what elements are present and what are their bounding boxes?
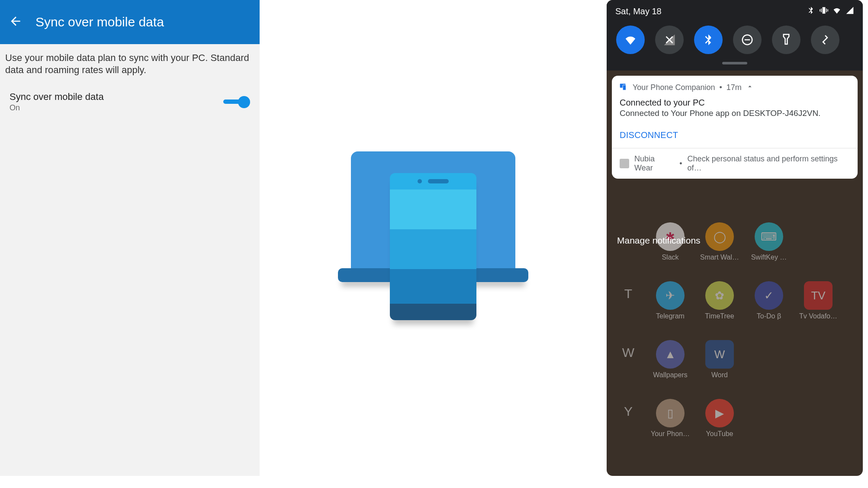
center-illustration-panel — [260, 0, 607, 476]
setting-text: Sync over mobile data On — [10, 91, 104, 112]
status-date: Sat, May 18 — [615, 6, 662, 16]
signal-status-icon — [845, 6, 854, 17]
settings-header: Sync over mobile data — [0, 0, 260, 44]
app-telegram[interactable]: ✈Telegram — [654, 281, 686, 320]
quick-settings-row — [615, 17, 854, 58]
notification-header: Your Phone Companion • 17m — [612, 76, 858, 97]
phone-notification-shade: Sat, May 18 — [607, 0, 863, 476]
app-timetree[interactable]: ✿TimeTree — [704, 281, 736, 320]
notification-time: 17m — [727, 83, 742, 92]
qs-autorotate[interactable] — [811, 26, 839, 54]
app-todo[interactable]: ✓To-Do β — [753, 281, 785, 320]
status-icons — [807, 6, 854, 17]
back-arrow-icon[interactable] — [9, 14, 23, 30]
sync-toggle[interactable] — [223, 95, 250, 109]
settings-panel: Sync over mobile data Use your mobile da… — [0, 0, 260, 476]
notification-text: Connected to Your Phone app on DESKTOP-J… — [620, 109, 850, 118]
quick-settings-shade: Sat, May 18 — [607, 0, 863, 71]
nubia-app-icon — [620, 159, 629, 168]
wifi-status-icon — [833, 6, 841, 17]
app-word[interactable]: WWord — [704, 340, 736, 379]
notification-card-nubia[interactable]: Nubia Wear • Check personal status and p… — [612, 148, 858, 179]
shade-pull-handle[interactable] — [722, 62, 747, 64]
app-your-phone[interactable]: ▯Your Phon… — [654, 399, 686, 438]
qs-flashlight[interactable] — [772, 26, 800, 54]
your-phone-logo-icon — [338, 151, 528, 324]
status-bar: Sat, May 18 — [615, 6, 854, 17]
nubia-app-name: Nubia Wear — [634, 154, 674, 173]
app-tv-vodafone[interactable]: TVTv Vodafo… — [802, 281, 834, 320]
your-phone-app-icon — [619, 82, 628, 93]
qs-wifi[interactable] — [616, 26, 645, 54]
bluetooth-status-icon — [807, 6, 815, 17]
svg-rect-2 — [623, 85, 626, 90]
app-drawer-background: ✱Slack ◯Smart Wal… ⌨SwiftKey … T ✈Telegr… — [607, 222, 863, 458]
app-swiftkey[interactable]: ⌨SwiftKey … — [753, 222, 785, 261]
nubia-notification-text: Check personal status and perform settin… — [688, 154, 850, 173]
notification-title: Connected to your PC — [620, 98, 850, 108]
chevron-up-icon[interactable] — [746, 83, 754, 93]
app-youtube[interactable]: ▶YouTube — [704, 399, 736, 438]
vibrate-status-icon — [820, 6, 828, 17]
qs-dnd[interactable] — [733, 26, 762, 54]
disconnect-button[interactable]: DISCONNECT — [612, 124, 858, 148]
notification-app-name: Your Phone Companion — [633, 83, 715, 92]
notification-card-your-phone[interactable]: Your Phone Companion • 17m Connected to … — [612, 76, 858, 179]
setting-label: Sync over mobile data — [10, 91, 104, 103]
setting-state: On — [10, 103, 104, 112]
manage-notifications-button[interactable]: Manage notifications — [607, 229, 711, 252]
settings-description: Use your mobile data plan to sync with y… — [0, 44, 260, 90]
page-title: Sync over mobile data — [35, 15, 164, 29]
sync-mobile-data-setting[interactable]: Sync over mobile data On — [0, 90, 260, 125]
qs-bluetooth[interactable] — [694, 26, 723, 54]
app-wallpapers[interactable]: ▲Wallpapers — [654, 340, 686, 379]
qs-cellular[interactable] — [655, 26, 684, 54]
